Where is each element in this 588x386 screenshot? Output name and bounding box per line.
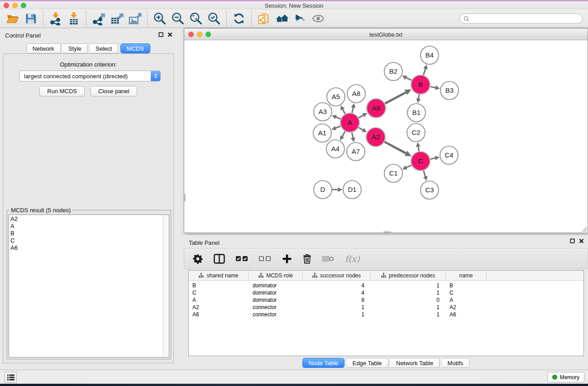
graph-node-A8[interactable]: A8 — [347, 85, 365, 103]
import-network-icon[interactable] — [48, 11, 63, 26]
column-header-successor-nodes[interactable]: successor nodes — [303, 271, 371, 280]
mcds-result-item[interactable]: C — [10, 237, 169, 244]
graph-edge-A-A7[interactable] — [351, 133, 355, 142]
delete-column-trash-icon[interactable] — [303, 254, 311, 264]
close-panel-icon[interactable] — [167, 32, 172, 37]
show-graphics-details-icon[interactable] — [311, 11, 326, 26]
memory-button[interactable]: Memory — [547, 372, 584, 382]
table-cell[interactable]: C — [189, 290, 249, 296]
table-cell[interactable]: A6 — [189, 311, 249, 318]
table-cell[interactable]: 1 — [303, 311, 371, 318]
mcds-result-item[interactable]: A — [10, 223, 169, 230]
optimization-criterion-dropdown[interactable]: largest connected component (directed) — [19, 71, 161, 81]
graph-node-A6[interactable]: A6 — [367, 99, 386, 118]
zoom-in-icon[interactable] — [152, 11, 167, 26]
graph-node-B3[interactable]: B3 — [440, 81, 459, 100]
table-cell[interactable]: 8 — [303, 297, 371, 303]
tab-network-table[interactable]: Network Table — [390, 358, 440, 368]
table-cell[interactable]: 1 — [303, 304, 371, 310]
export-table-icon[interactable] — [109, 11, 124, 26]
mcds-result-item[interactable]: A6 — [10, 244, 169, 252]
search-field[interactable] — [459, 14, 583, 24]
float-panel-icon[interactable] — [158, 32, 163, 37]
hide-graphics-details-icon[interactable] — [292, 11, 308, 26]
graph-node-A1[interactable]: A1 — [313, 124, 331, 142]
table-cell[interactable]: B — [446, 282, 487, 289]
graph-edge-B-B1[interactable] — [416, 95, 421, 103]
graph-edge-C-C4[interactable] — [430, 156, 440, 160]
table-cell[interactable]: connector — [249, 304, 303, 310]
tab-style[interactable]: Style — [62, 43, 88, 53]
close-panel-icon[interactable] — [579, 238, 584, 243]
run-mcds-button[interactable]: Run MCDS — [39, 86, 85, 96]
tab-select[interactable]: Select — [90, 43, 118, 53]
column-header-shared-name[interactable]: shared name — [189, 271, 249, 280]
tab-network[interactable]: Network — [26, 43, 61, 53]
tab-node-table[interactable]: Node Table — [302, 358, 345, 368]
graph-node-A2[interactable]: A2 — [366, 128, 385, 147]
graph-node-C4[interactable]: C4 — [440, 146, 458, 164]
open-session-icon[interactable] — [5, 11, 20, 26]
graph-node-C2[interactable]: C2 — [407, 124, 425, 142]
table-cell[interactable]: A — [189, 297, 249, 303]
table-row[interactable]: A2connector11A2 — [189, 304, 583, 311]
table-cell[interactable]: dominator — [249, 297, 303, 303]
table-row[interactable]: Bdominator41B — [189, 282, 583, 289]
graph-edge-D-D1[interactable] — [332, 187, 343, 192]
task-history-button[interactable] — [5, 372, 17, 383]
graph-node-C[interactable]: C — [411, 152, 430, 171]
table-cell[interactable]: 1 — [371, 304, 446, 310]
function-builder-icon[interactable]: f(x) — [345, 254, 360, 264]
scrollbar-stub[interactable] — [184, 194, 186, 201]
table-cell[interactable]: 1 — [371, 282, 446, 289]
settings-gear-icon[interactable] — [193, 254, 203, 264]
import-table-icon[interactable] — [66, 11, 81, 26]
column-header-name[interactable]: name — [446, 271, 487, 280]
export-network-icon[interactable] — [91, 11, 106, 26]
graph-edge-A-A1[interactable] — [331, 126, 340, 130]
mcds-result-item[interactable]: A2 — [10, 215, 169, 223]
zoom-fit-icon[interactable] — [188, 11, 204, 26]
table-cell[interactable]: 4 — [303, 282, 371, 289]
column-header-MCDS-role[interactable]: MCDS role — [249, 271, 303, 280]
graph-node-C3[interactable]: C3 — [421, 181, 439, 199]
home-icon[interactable] — [274, 11, 290, 26]
table-cell[interactable]: connector — [249, 311, 303, 318]
new-network-from-selection-icon[interactable] — [256, 11, 272, 26]
mcds-result-list[interactable]: A2ABCA6 — [9, 214, 169, 357]
table-cell[interactable]: B — [189, 282, 249, 289]
graph-edge-A-A2[interactable] — [359, 128, 367, 132]
table-cell[interactable]: A2 — [446, 304, 487, 310]
graph-node-C1[interactable]: C1 — [384, 164, 402, 182]
float-panel-icon[interactable] — [570, 238, 575, 243]
graph-edge-B-B2[interactable] — [402, 76, 411, 80]
graph-node-A3[interactable]: A3 — [314, 103, 332, 121]
table-cell[interactable]: 1 — [371, 290, 446, 296]
table-cell[interactable]: A — [446, 297, 487, 303]
tab-mcds[interactable]: MCDS — [120, 43, 150, 53]
graph-edge-C-C2[interactable] — [416, 142, 421, 151]
graph-node-B[interactable]: B — [411, 75, 430, 94]
network-window-titlebar[interactable]: testGlobe.txt — [184, 29, 588, 40]
table-row[interactable]: Cdominator41C — [189, 289, 583, 296]
table-cell[interactable]: dominator — [249, 290, 303, 296]
graph-node-A7[interactable]: A7 — [347, 143, 365, 161]
split-view-icon[interactable] — [214, 254, 225, 264]
zoom-selected-icon[interactable] — [206, 11, 222, 26]
graph-node-D1[interactable]: D1 — [343, 181, 361, 199]
graph-edge-A-A6[interactable] — [359, 113, 367, 118]
graph-node-A[interactable]: A — [340, 113, 359, 132]
resize-grip[interactable] — [581, 226, 587, 232]
scrollbar-stub[interactable] — [383, 231, 391, 233]
column-header-predecessor-nodes[interactable]: predecessor nodes — [371, 271, 446, 280]
table-cell[interactable]: dominator — [249, 282, 303, 289]
graph-node-A5[interactable]: A5 — [327, 88, 345, 106]
table-row[interactable]: A6connector11A6 — [189, 311, 583, 318]
tab-motifs[interactable]: Motifs — [442, 358, 470, 368]
save-session-icon[interactable] — [23, 11, 38, 26]
graph-edge-A6-B[interactable] — [385, 90, 411, 104]
table-cell[interactable]: 4 — [303, 290, 371, 296]
export-image-icon[interactable] — [127, 11, 143, 26]
refresh-icon[interactable] — [231, 11, 247, 26]
scrollbar-track[interactable] — [163, 215, 169, 357]
